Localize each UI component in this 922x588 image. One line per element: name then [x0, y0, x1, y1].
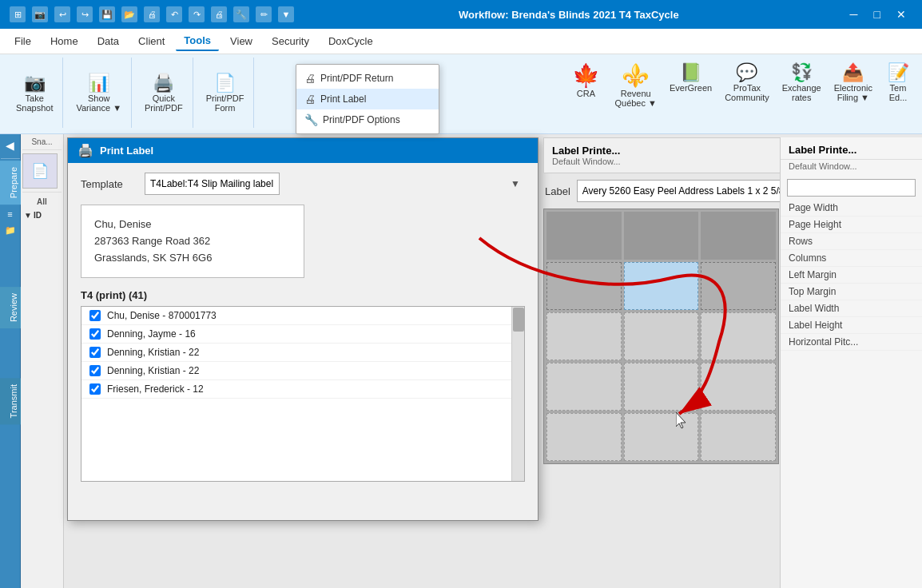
- protax-icon: 💬: [736, 62, 757, 83]
- efiling-icon: 📤: [842, 62, 864, 83]
- list-item-label-3: Denning, Kristian - 22: [107, 347, 199, 358]
- label-cell-1-1-highlighted[interactable]: [624, 262, 699, 310]
- review-tab[interactable]: Review: [0, 287, 21, 328]
- print-label-option[interactable]: 🖨 Print Label: [296, 89, 439, 109]
- take-snapshot-button[interactable]: 📷 Take Snapshot: [11, 71, 58, 114]
- open-icon[interactable]: 📂: [121, 6, 137, 22]
- menu-tools[interactable]: Tools: [176, 31, 219, 51]
- electronic-filing-button[interactable]: 📤 ElectronicFiling ▼: [829, 61, 877, 104]
- transmit-tab[interactable]: Transmit: [0, 378, 21, 424]
- dialog-title-bar: 🖨️ Print Label: [68, 138, 538, 163]
- close-button[interactable]: ✕: [890, 6, 912, 22]
- wrench-icon[interactable]: 🔧: [233, 6, 249, 22]
- props-label-width: Label Width: [781, 300, 922, 317]
- label-cell-3-2[interactable]: [701, 363, 776, 411]
- window-controls: ─ □ ✕: [844, 6, 912, 22]
- snapshot-icon[interactable]: 📷: [32, 6, 48, 22]
- cra-button[interactable]: 🍁 CRA: [565, 61, 606, 100]
- template-select[interactable]: T4Label:T4 Slip Mailing label: [145, 173, 280, 195]
- exchange-rates-button[interactable]: 💱 Exchangerates: [777, 61, 826, 104]
- list-item-3[interactable]: Denning, Kristian - 22: [81, 344, 524, 362]
- props-search[interactable]: [787, 179, 916, 197]
- undo-icon[interactable]: ↶: [166, 6, 182, 22]
- menu-view[interactable]: View: [222, 32, 260, 50]
- label-cell-0-2[interactable]: [701, 212, 776, 260]
- save-icon[interactable]: 💾: [99, 6, 115, 22]
- revenu-button[interactable]: ⚜️ RevenuQuébec ▼: [610, 61, 661, 109]
- snapshot-ribbon-icon: 📷: [24, 73, 46, 93]
- nav-icon-snap: ≡: [7, 206, 12, 222]
- more-icon[interactable]: ▼: [278, 6, 294, 22]
- list-item-2[interactable]: Denning, Jayme - 16: [81, 325, 524, 344]
- quick-print-button[interactable]: 🖨️ QuickPrint/PDF: [140, 71, 188, 114]
- printpdf-button[interactable]: 📄 Print/PDFForm: [201, 71, 249, 114]
- id-item[interactable]: ▼ ID: [22, 209, 62, 221]
- evergreen-button[interactable]: 📗 EverGreen: [665, 61, 717, 94]
- temp-ed-button[interactable]: 📝 TemEd...: [880, 61, 916, 104]
- print-return-option[interactable]: 🖨 Print/PDF Return: [296, 68, 439, 89]
- cra-label: CRA: [577, 89, 595, 98]
- label-cell-2-2[interactable]: [701, 312, 776, 360]
- label-cell-4-1[interactable]: [624, 413, 699, 461]
- forward-icon[interactable]: ↪: [77, 6, 93, 22]
- title-bar: ⊞ 📷 ↩ ↪ 💾 📂 🖨 ↶ ↷ 🖨 🔧 ✏ ▼ Workflow: Bren…: [0, 0, 922, 29]
- props-page-width-label: Page Width: [789, 202, 838, 213]
- printpdf-options-option[interactable]: 🔧 Print/PDF Options: [296, 109, 439, 130]
- snap-icon-1[interactable]: 📄: [22, 153, 58, 189]
- props-top-margin: Top Margin: [781, 284, 922, 300]
- temped-label: TemEd...: [889, 83, 908, 102]
- template-select-wrapper: T4Label:T4 Slip Mailing label ▼: [145, 173, 525, 195]
- edit-icon[interactable]: ✏: [256, 6, 272, 22]
- label-cell-3-1[interactable]: [624, 363, 699, 411]
- address-line3: Grasslands, SK S7H 6G6: [94, 250, 291, 267]
- list-checkbox-1[interactable]: [89, 310, 101, 321]
- label-cell-4-0[interactable]: [546, 413, 622, 461]
- prepare-tab[interactable]: Prepare: [0, 161, 21, 205]
- nav-collapse-button[interactable]: ◀: [6, 134, 14, 157]
- window-title: Workflow: Brenda's Blinds 2021 T4 TaxCyc…: [459, 9, 679, 21]
- list-checkbox-2[interactable]: [89, 328, 101, 340]
- menu-file[interactable]: File: [6, 32, 39, 50]
- scrollbar-thumb[interactable]: [513, 308, 524, 332]
- label-cell-2-1[interactable]: [624, 312, 699, 360]
- props-title: Label Printe...: [781, 141, 922, 160]
- list-item-5[interactable]: Friesen, Frederick - 12: [81, 380, 524, 399]
- menu-security[interactable]: Security: [264, 32, 317, 50]
- right-content-area: Label Printe... Default Window... Label: [543, 137, 922, 588]
- protax-button[interactable]: 💬 ProTaxCommunity: [720, 61, 774, 104]
- maximize-button[interactable]: □: [868, 6, 887, 22]
- label-cell-4-2[interactable]: [701, 413, 776, 461]
- menu-home[interactable]: Home: [42, 32, 86, 50]
- show-variance-button[interactable]: 📊 ShowVariance ▼: [71, 71, 126, 114]
- label-cell-0-1[interactable]: [624, 212, 699, 260]
- list-checkbox-5[interactable]: [89, 383, 101, 395]
- menu-client[interactable]: Client: [130, 32, 173, 50]
- label-cell-1-2[interactable]: [701, 262, 776, 310]
- label-cell-2-0[interactable]: [546, 312, 622, 360]
- back-icon[interactable]: ↩: [54, 6, 70, 22]
- list-scrollbar[interactable]: [511, 307, 524, 481]
- label-cell-1-0[interactable]: [546, 262, 622, 310]
- protax-label: ProTaxCommunity: [725, 83, 769, 102]
- client-list[interactable]: Chu, Denise - 870001773 Denning, Jayme -…: [81, 306, 525, 482]
- address-line1: Chu, Denise: [94, 217, 291, 233]
- print-icon[interactable]: 🖨: [144, 6, 160, 22]
- label-cell-0-0[interactable]: [546, 212, 622, 260]
- print-return-label: Print/PDF Return: [320, 73, 393, 84]
- label-cell-3-0[interactable]: [546, 363, 622, 411]
- print2-icon[interactable]: 🖨: [211, 6, 227, 22]
- label-field-label: Label: [545, 185, 570, 197]
- dialog-title: Print Label: [100, 145, 153, 157]
- list-item-1[interactable]: Chu, Denise - 870001773: [81, 307, 524, 325]
- evergreen-icon: 📗: [680, 62, 701, 83]
- list-item-4[interactable]: Denning, Kristian - 22: [81, 362, 524, 380]
- menu-data[interactable]: Data: [89, 32, 127, 50]
- menu-doxcycle[interactable]: DoxCycle: [320, 32, 381, 50]
- list-checkbox-4[interactable]: [89, 365, 101, 376]
- minimize-button[interactable]: ─: [844, 6, 864, 22]
- ribbon: 📷 Take Snapshot 📊 ShowVariance ▼ 🖨️ Quic…: [0, 54, 922, 134]
- list-checkbox-3[interactable]: [89, 347, 101, 358]
- props-rows-label: Rows: [789, 236, 813, 247]
- left-nav-bar: ◀ Prepare ≡ 📁 Review Transmit: [0, 134, 21, 588]
- redo-icon[interactable]: ↷: [189, 6, 205, 22]
